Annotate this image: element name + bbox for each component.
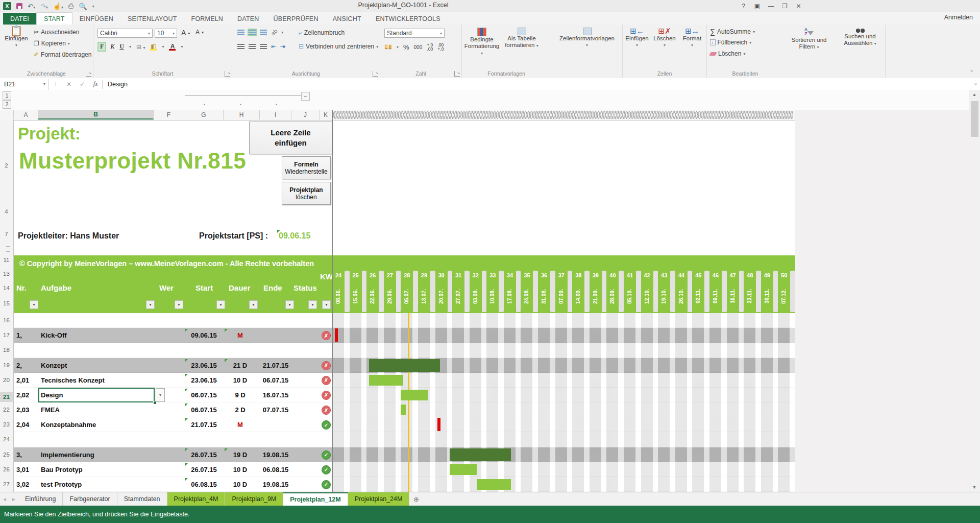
- copy-button[interactable]: ❐Kopieren▾: [34, 40, 70, 47]
- column-header-G[interactable]: G: [184, 110, 224, 120]
- sheet-tab-projektplan_4m[interactable]: Projektplan_4M: [167, 492, 226, 506]
- ribbon-tab-überprüfen[interactable]: ÜBERPRÜFEN: [266, 13, 326, 25]
- decrease-indent-icon[interactable]: ⇤: [271, 43, 276, 50]
- filter-dropdown-icon[interactable]: ▾: [175, 300, 183, 309]
- vertical-scroll-thumb[interactable]: [971, 101, 978, 137]
- delete-cells-button[interactable]: ⊞✗ Löschen▾: [651, 28, 678, 49]
- format-painter-button[interactable]: ✐Format übertragen: [34, 51, 91, 58]
- ribbon-tab-ansicht[interactable]: ANSICHT: [326, 13, 369, 25]
- sheet-tab-projektplan_12m[interactable]: Projektplan_12M: [283, 492, 348, 506]
- formula-input[interactable]: Design: [108, 81, 128, 88]
- find-select-button[interactable]: Suchen undAuswählen ▾: [836, 28, 885, 47]
- font-color-dropdown-icon[interactable]: ▾: [181, 44, 183, 49]
- filter-dropdown-icon[interactable]: ▾: [30, 300, 38, 309]
- insert-empty-row-button[interactable]: Leere Zeile einfügen: [249, 122, 332, 154]
- bold-button[interactable]: F: [99, 43, 105, 51]
- decrease-decimal-button[interactable]: .00+.0: [437, 43, 444, 51]
- font-family-select[interactable]: Calibri▾: [97, 29, 153, 38]
- insert-function-icon[interactable]: fx: [89, 80, 102, 88]
- print-preview-icon[interactable]: 🔍: [79, 3, 87, 10]
- sheet-tab-einführung[interactable]: Einführung: [18, 492, 63, 506]
- confirm-entry-icon[interactable]: ✓: [76, 81, 89, 88]
- cell-styles-button[interactable]: Zellenformatvorlagen▾: [552, 28, 622, 49]
- filter-dropdown-icon[interactable]: ▾: [322, 300, 331, 309]
- ribbon-tab-einfügen[interactable]: EINFÜGEN: [72, 13, 120, 25]
- fill-color-icon[interactable]: ◧: [150, 43, 157, 51]
- undo-icon[interactable]: ↶▾: [28, 3, 35, 10]
- paste-button[interactable]: 📋 Einfügen▾: [3, 28, 30, 49]
- expand-formula-bar-icon[interactable]: ˅: [974, 82, 977, 87]
- scroll-down-icon[interactable]: ▼: [969, 483, 979, 492]
- clipboard-dialog-launcher-icon[interactable]: ↘: [86, 71, 91, 77]
- align-middle-icon[interactable]: [249, 30, 256, 35]
- column-header-B[interactable]: B: [38, 110, 154, 120]
- filter-dropdown-icon[interactable]: ▾: [249, 300, 258, 309]
- ribbon-tab-entwicklertools[interactable]: ENTWICKLERTOOLS: [369, 13, 448, 25]
- ribbon-tab-formeln[interactable]: FORMELN: [184, 13, 231, 25]
- scroll-up-icon[interactable]: ▲: [969, 90, 979, 99]
- percent-style-button[interactable]: %: [403, 43, 409, 51]
- ribbon-tab-datei[interactable]: DATEI: [3, 13, 36, 25]
- autosum-button[interactable]: ∑AutoSumme▾: [710, 28, 755, 36]
- sheet-tab-farbgenerator[interactable]: Farbgenerator: [63, 492, 117, 506]
- fill-color-dropdown-icon[interactable]: ▾: [162, 44, 164, 49]
- sheet-tab-projektplan_24m[interactable]: Projektplan_24M: [348, 492, 410, 506]
- underline-dropdown-icon[interactable]: ▾: [129, 44, 131, 49]
- increase-decimal-button[interactable]: +.0.00: [427, 43, 433, 51]
- column-header-K[interactable]: K: [320, 110, 332, 120]
- ribbon-display-options-icon[interactable]: ▣: [750, 0, 764, 12]
- collapse-ribbon-icon[interactable]: ⌃: [970, 69, 974, 75]
- insert-cells-button[interactable]: ⊞← Einfügen▾: [624, 28, 650, 49]
- shrink-font-button[interactable]: A▾: [195, 29, 204, 36]
- column-header-A[interactable]: A: [14, 110, 38, 120]
- delete-plan-button[interactable]: Projektplan löschen: [282, 182, 331, 205]
- sheet-tab-projektplan_9m[interactable]: Projektplan_9M: [225, 492, 283, 506]
- minimize-icon[interactable]: —: [764, 0, 778, 12]
- column-header-J[interactable]: J: [291, 110, 320, 120]
- restore-icon[interactable]: ❐: [778, 0, 792, 12]
- clear-button[interactable]: Löschen▾: [710, 50, 745, 57]
- new-sheet-icon[interactable]: ⊕: [409, 492, 423, 506]
- quick-print-icon[interactable]: ⎙: [68, 2, 74, 10]
- borders-icon[interactable]: ⊞ ▾: [136, 43, 145, 51]
- help-icon[interactable]: ?: [737, 0, 750, 12]
- outline-level-2-button[interactable]: 2: [3, 100, 11, 109]
- outline-level-1-button[interactable]: 1: [3, 91, 11, 100]
- redo-icon[interactable]: ↷▾: [40, 3, 48, 10]
- save-icon[interactable]: [16, 3, 22, 9]
- ribbon-tab-start[interactable]: START: [36, 12, 72, 25]
- increase-indent-icon[interactable]: ⇥: [280, 43, 285, 50]
- restore-formulas-button[interactable]: Formeln Wiederherstelle: [282, 156, 331, 179]
- select-all-corner[interactable]: [0, 110, 14, 120]
- align-right-icon[interactable]: [260, 44, 267, 50]
- align-center-icon[interactable]: [249, 44, 256, 50]
- merge-center-button[interactable]: ⊟Verbinden und zentrieren▾: [299, 43, 378, 50]
- number-dialog-launcher-icon[interactable]: ↘: [454, 71, 460, 77]
- filter-dropdown-icon[interactable]: ▾: [146, 300, 155, 309]
- close-icon[interactable]: ✕: [792, 0, 805, 12]
- column-header-F[interactable]: F: [154, 110, 184, 120]
- cell-dropdown-icon[interactable]: ▾: [156, 388, 165, 402]
- filter-dropdown-icon[interactable]: ▾: [285, 300, 294, 309]
- format-cells-button[interactable]: ⊞↔ Format▾: [679, 28, 705, 49]
- comma-style-button[interactable]: 000: [414, 44, 423, 50]
- conditional-formatting-button[interactable]: BedingteFormatierung ▾: [463, 28, 501, 57]
- underline-button[interactable]: U: [119, 43, 124, 51]
- alignment-dialog-launcher-icon[interactable]: ↘: [373, 71, 378, 77]
- align-top-icon[interactable]: [237, 30, 244, 35]
- filter-dropdown-icon[interactable]: ▾: [308, 300, 317, 309]
- italic-button[interactable]: K: [110, 43, 114, 51]
- fill-button[interactable]: ↓Füllbereich▾: [710, 39, 751, 46]
- sign-in-link[interactable]: Anmelden: [944, 14, 973, 21]
- filter-dropdown-icon[interactable]: ▾: [216, 300, 225, 309]
- font-dialog-launcher-icon[interactable]: ↘: [225, 71, 230, 77]
- accounting-format-icon[interactable]: 💴: [384, 43, 392, 51]
- ribbon-tab-seitenlayout[interactable]: SEITENLAYOUT: [120, 13, 184, 25]
- align-bottom-icon[interactable]: [260, 30, 267, 35]
- customize-qat-icon[interactable]: ▾: [92, 4, 94, 9]
- font-size-select[interactable]: 10▾: [155, 29, 177, 38]
- align-left-icon[interactable]: [237, 44, 244, 50]
- format-as-table-button[interactable]: Als Tabelleformatieren ▾: [503, 28, 541, 49]
- column-header-H[interactable]: H: [224, 110, 260, 120]
- vertical-scrollbar[interactable]: ▲ ▼: [969, 90, 980, 492]
